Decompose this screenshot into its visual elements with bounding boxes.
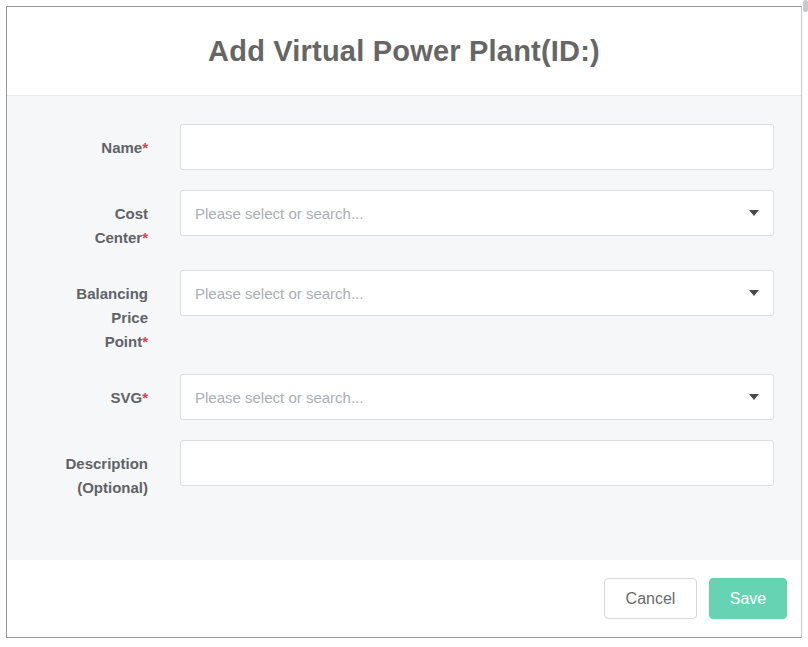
caret-down-icon bbox=[749, 290, 759, 296]
cost-center-select[interactable]: Please select or search... bbox=[180, 190, 774, 236]
page-scrollbar-thumb[interactable] bbox=[803, 0, 808, 12]
name-label: Name* bbox=[47, 124, 148, 160]
caret-down-icon bbox=[749, 210, 759, 216]
required-asterisk: * bbox=[142, 389, 148, 406]
cost-center-placeholder: Please select or search... bbox=[195, 205, 741, 222]
name-input[interactable] bbox=[180, 124, 774, 170]
dialog-header: Add Virtual Power Plant(ID:) bbox=[7, 7, 801, 96]
svg-placeholder: Please select or search... bbox=[195, 389, 741, 406]
required-asterisk: * bbox=[142, 139, 148, 156]
balancing-price-point-select[interactable]: Please select or search... bbox=[180, 270, 774, 316]
dialog-title: Add Virtual Power Plant(ID:) bbox=[208, 35, 600, 68]
add-virtual-power-plant-dialog: Add Virtual Power Plant(ID:) Name* Cost … bbox=[6, 6, 802, 638]
svg-select[interactable]: Please select or search... bbox=[180, 374, 774, 420]
required-asterisk: * bbox=[142, 333, 148, 350]
form-row-svg: SVG* Please select or search... bbox=[47, 374, 788, 420]
form-row-cost-center: Cost Center* Please select or search... bbox=[47, 190, 788, 250]
required-asterisk: * bbox=[142, 229, 148, 246]
description-label: Description (Optional) bbox=[47, 440, 148, 500]
form-row-name: Name* bbox=[47, 124, 788, 170]
cost-center-label: Cost Center* bbox=[47, 190, 148, 250]
caret-down-icon bbox=[749, 394, 759, 400]
save-button[interactable]: Save bbox=[709, 578, 787, 619]
form-row-description: Description (Optional) bbox=[47, 440, 788, 500]
dialog-body: Name* Cost Center* Please select or sear… bbox=[7, 96, 801, 560]
form-row-balancing-price-point: Balancing Price Point* Please select or … bbox=[47, 270, 788, 354]
balancing-price-point-placeholder: Please select or search... bbox=[195, 285, 741, 302]
svg-label: SVG* bbox=[47, 374, 148, 410]
description-input[interactable] bbox=[180, 440, 774, 486]
balancing-price-point-label: Balancing Price Point* bbox=[47, 270, 148, 354]
dialog-footer: Cancel Save bbox=[7, 560, 801, 637]
cancel-button[interactable]: Cancel bbox=[604, 578, 697, 619]
